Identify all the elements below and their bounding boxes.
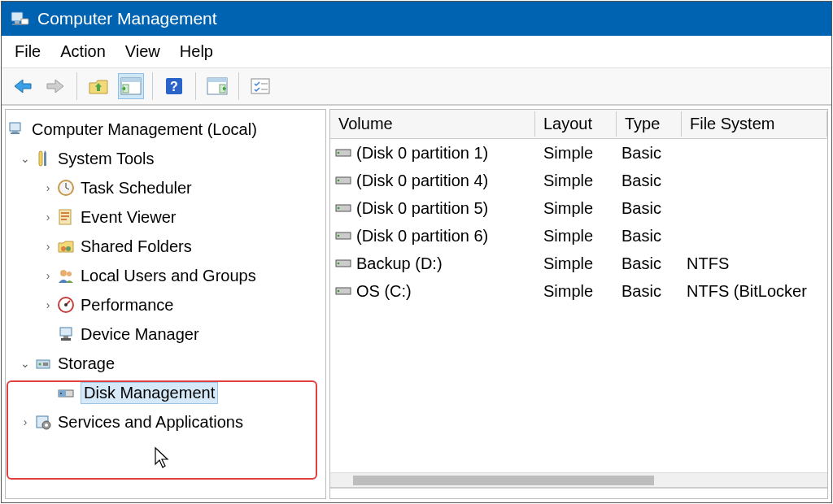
- volume-icon: [335, 202, 353, 214]
- menu-action[interactable]: Action: [60, 42, 106, 61]
- menu-view[interactable]: View: [125, 42, 160, 61]
- volume-type: Basic: [617, 282, 682, 301]
- forward-button[interactable]: [42, 73, 68, 99]
- svg-point-34: [64, 303, 68, 306]
- back-button[interactable]: [10, 73, 36, 99]
- svg-point-58: [338, 290, 340, 293]
- volume-name: (Disk 0 partition 5): [356, 199, 535, 218]
- disk-graphic-pane: [330, 487, 827, 498]
- tree-shared-folders[interactable]: › Shared Folders: [40, 232, 324, 261]
- volume-layout: Simple: [535, 199, 617, 218]
- volume-icon: [335, 147, 353, 159]
- volume-type: Basic: [617, 199, 682, 218]
- column-file-system[interactable]: File System: [682, 111, 827, 137]
- collapse-icon[interactable]: ⌄: [17, 357, 33, 370]
- expand-icon[interactable]: ›: [40, 211, 56, 224]
- tree-label: System Tools: [58, 150, 155, 168]
- expand-icon[interactable]: ›: [17, 415, 33, 428]
- show-hide-action-pane-button[interactable]: [204, 73, 230, 99]
- window-title: Computer Management: [37, 9, 217, 28]
- volume-row[interactable]: Backup (D:)SimpleBasicNTFS: [330, 250, 827, 277]
- svg-rect-25: [61, 212, 69, 214]
- svg-rect-37: [61, 338, 71, 341]
- svg-point-43: [60, 393, 62, 394]
- column-volume[interactable]: Volume: [330, 111, 535, 137]
- tree-label: Event Viewer: [81, 208, 176, 227]
- event-viewer-icon: [56, 207, 76, 227]
- tree-label: Performance: [81, 296, 174, 315]
- svg-rect-27: [61, 219, 67, 220]
- horizontal-scrollbar[interactable]: [330, 472, 827, 487]
- app-icon: [10, 9, 29, 28]
- tree-local-users[interactable]: › Local Users and Groups: [40, 261, 324, 290]
- svg-point-50: [338, 180, 340, 182]
- system-tools-icon: [33, 149, 53, 168]
- svg-rect-2: [12, 24, 22, 25]
- services-icon: [33, 412, 53, 432]
- tree-label: Storage: [58, 354, 115, 373]
- tree-storage[interactable]: ⌄ Storage: [17, 349, 324, 378]
- tree-label: Disk Management: [81, 382, 218, 404]
- volume-type: Basic: [617, 144, 682, 163]
- tree-performance[interactable]: › Performance: [40, 290, 324, 319]
- svg-rect-40: [43, 363, 48, 366]
- volume-row[interactable]: (Disk 0 partition 4)SimpleBasic: [330, 167, 827, 194]
- svg-rect-12: [251, 79, 269, 93]
- column-layout[interactable]: Layout: [535, 111, 617, 137]
- volume-row[interactable]: (Disk 0 partition 1)SimpleBasic: [330, 139, 827, 167]
- svg-rect-18: [39, 151, 42, 166]
- svg-rect-10: [207, 78, 227, 82]
- menu-file[interactable]: File: [15, 42, 41, 61]
- disk-management-icon: [56, 383, 76, 402]
- volume-layout: Simple: [535, 254, 617, 273]
- show-hide-tree-button[interactable]: [118, 73, 144, 99]
- expand-icon[interactable]: ›: [40, 269, 56, 282]
- svg-text:?: ?: [170, 80, 178, 93]
- scroll-thumb[interactable]: [353, 476, 654, 485]
- volume-layout: Simple: [535, 227, 617, 245]
- options-button[interactable]: [247, 73, 273, 99]
- volume-type: Basic: [617, 227, 682, 245]
- svg-point-48: [338, 152, 340, 154]
- volume-name: Backup (D:): [356, 254, 535, 273]
- column-type[interactable]: Type: [617, 111, 682, 137]
- svg-point-54: [338, 235, 340, 237]
- tree-task-scheduler[interactable]: › Task Scheduler: [40, 173, 324, 202]
- tree-label: Shared Folders: [81, 237, 192, 256]
- expand-icon[interactable]: ›: [40, 298, 56, 311]
- menu-help[interactable]: Help: [180, 42, 213, 61]
- toolbar: ?: [2, 68, 831, 106]
- volume-row[interactable]: OS (C:)SimpleBasicNTFS (BitLocker: [330, 277, 827, 305]
- expand-icon[interactable]: ›: [40, 240, 56, 253]
- volume-icon: [335, 230, 353, 241]
- tree-root[interactable]: Computer Management (Local): [7, 115, 324, 144]
- tree-label: Task Scheduler: [81, 179, 192, 198]
- tree-pane[interactable]: Computer Management (Local) ⌄ System Too…: [5, 109, 326, 499]
- svg-rect-35: [60, 328, 72, 336]
- collapse-icon[interactable]: ⌄: [17, 152, 33, 165]
- titlebar: Computer Management: [2, 2, 831, 36]
- svg-rect-26: [61, 215, 69, 217]
- help-button[interactable]: ?: [161, 73, 187, 99]
- svg-point-52: [338, 207, 340, 210]
- expand-icon[interactable]: ›: [40, 181, 56, 194]
- device-manager-icon: [56, 324, 76, 344]
- clock-icon: [56, 178, 76, 198]
- tree-disk-management[interactable]: › Disk Management: [40, 378, 324, 407]
- tree-services[interactable]: › Services and Applications: [17, 407, 324, 437]
- svg-point-31: [67, 272, 72, 276]
- volume-name: (Disk 0 partition 1): [356, 144, 535, 163]
- svg-rect-1: [15, 21, 20, 24]
- volume-row[interactable]: (Disk 0 partition 6)SimpleBasic: [330, 222, 827, 250]
- tree-device-manager[interactable]: › Device Manager: [40, 319, 324, 349]
- svg-rect-17: [11, 133, 20, 134]
- svg-point-56: [338, 263, 340, 265]
- tree-system-tools[interactable]: ⌄ System Tools: [17, 144, 324, 173]
- svg-rect-19: [44, 153, 46, 166]
- volumes-list[interactable]: (Disk 0 partition 1)SimpleBasic(Disk 0 p…: [330, 139, 827, 472]
- up-folder-button[interactable]: [85, 73, 111, 99]
- svg-rect-36: [63, 336, 68, 338]
- tree-event-viewer[interactable]: › Event Viewer: [40, 202, 324, 232]
- volume-row[interactable]: (Disk 0 partition 5)SimpleBasic: [330, 194, 827, 222]
- performance-icon: [56, 295, 76, 315]
